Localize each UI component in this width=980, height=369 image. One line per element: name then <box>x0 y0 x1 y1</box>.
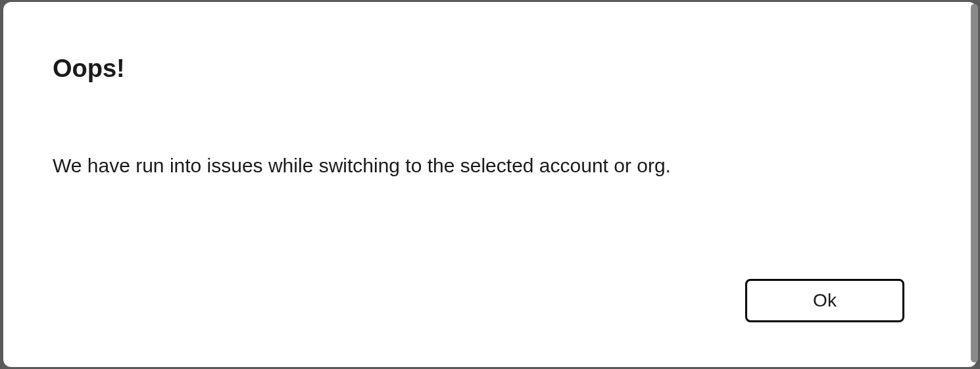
ok-button[interactable]: Ok <box>745 279 904 322</box>
dialog-message: We have run into issues while switching … <box>53 152 927 180</box>
error-dialog: Oops! We have run into issues while swit… <box>3 2 977 367</box>
dialog-title: Oops! <box>53 55 927 83</box>
dialog-actions: Ok <box>745 279 904 322</box>
scrollbar[interactable] <box>971 4 978 362</box>
